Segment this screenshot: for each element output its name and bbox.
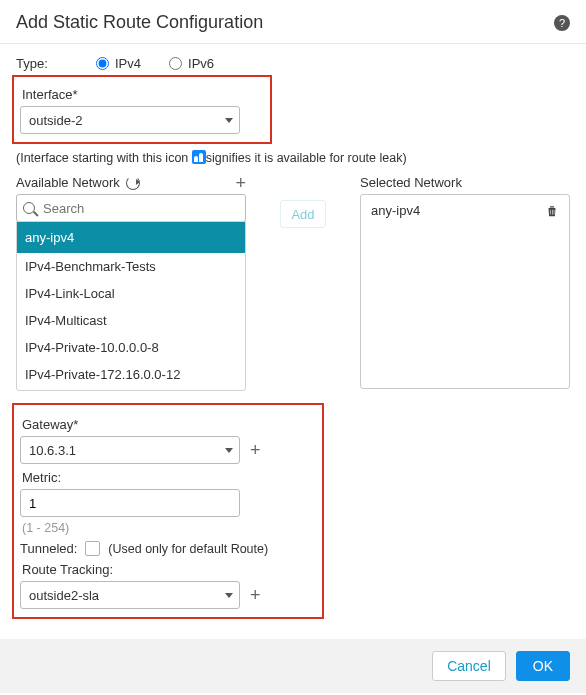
radio-ipv6-label: IPv6 (188, 56, 214, 71)
refresh-icon[interactable] (126, 176, 140, 190)
available-search-input[interactable] (41, 200, 239, 217)
ok-button[interactable]: OK (516, 651, 570, 681)
list-item[interactable]: IPv4-Multicast (17, 307, 245, 334)
radio-ipv4-label: IPv4 (115, 56, 141, 71)
chevron-down-icon (225, 448, 233, 453)
selected-network-label: Selected Network (360, 175, 462, 190)
route-tracking-label: Route Tracking: (22, 562, 316, 577)
gateway-value: 10.6.3.1 (29, 443, 76, 458)
type-radio-ipv4[interactable]: IPv4 (96, 56, 141, 71)
help-icon[interactable]: ? (554, 15, 570, 31)
trash-icon[interactable] (545, 204, 559, 218)
metric-input[interactable] (20, 489, 240, 517)
metric-range: (1 - 254) (22, 521, 316, 535)
interface-value: outside-2 (29, 113, 82, 128)
selected-network-list: any-ipv4 (360, 194, 570, 389)
route-tracking-value: outside2-sla (29, 588, 99, 603)
list-item[interactable]: IPv4-Private-172.16.0.0-12 (17, 361, 245, 388)
tunneled-checkbox[interactable] (85, 541, 100, 556)
available-network-list[interactable]: any-ipv4IPv4-Benchmark-TestsIPv4-Link-Lo… (16, 221, 246, 391)
search-icon (23, 202, 35, 214)
radio-ipv6-input[interactable] (169, 57, 182, 70)
chevron-down-icon (225, 593, 233, 598)
add-button[interactable]: Add (280, 200, 326, 228)
tunneled-note: (Used only for default Route) (108, 542, 268, 556)
radio-ipv4-input[interactable] (96, 57, 109, 70)
type-label: Type: (16, 56, 66, 71)
gateway-label: Gateway* (22, 417, 316, 432)
cancel-button[interactable]: Cancel (432, 651, 506, 681)
selected-item-label: any-ipv4 (371, 203, 420, 218)
available-network-label: Available Network (16, 175, 120, 190)
chevron-down-icon (225, 118, 233, 123)
add-gateway-icon[interactable]: + (250, 443, 261, 457)
add-available-network-icon[interactable]: + (235, 176, 246, 190)
selected-item: any-ipv4 (365, 201, 565, 220)
tunneled-label: Tunneled: (20, 541, 77, 556)
route-leak-icon (192, 150, 206, 164)
interface-label: Interface* (22, 87, 264, 102)
interface-hint: (Interface starting with this icon signi… (16, 150, 570, 165)
list-item[interactable]: IPv4-Benchmark-Tests (17, 253, 245, 280)
list-item[interactable]: any-ipv4 (17, 222, 245, 253)
list-item[interactable]: IPv4-Private-10.0.0.0-8 (17, 334, 245, 361)
dialog-title: Add Static Route Configuration (16, 12, 263, 33)
metric-label: Metric: (22, 470, 316, 485)
list-item[interactable]: IPv4-Link-Local (17, 280, 245, 307)
gateway-select[interactable]: 10.6.3.1 (20, 436, 240, 464)
type-radio-ipv6[interactable]: IPv6 (169, 56, 214, 71)
add-route-tracking-icon[interactable]: + (250, 588, 261, 602)
route-tracking-select[interactable]: outside2-sla (20, 581, 240, 609)
interface-select[interactable]: outside-2 (20, 106, 240, 134)
available-search[interactable] (16, 194, 246, 222)
